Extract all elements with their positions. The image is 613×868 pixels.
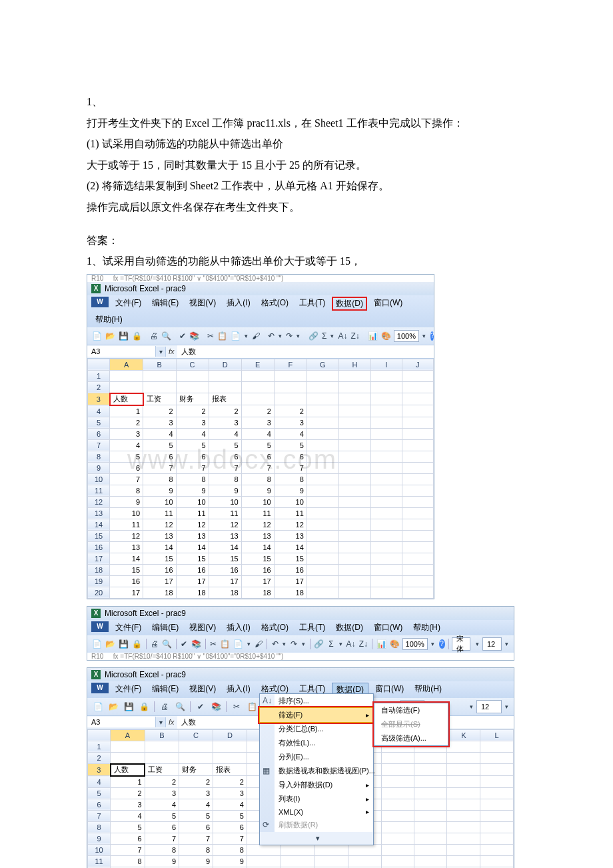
cell[interactable]: 17 — [241, 575, 274, 587]
cell[interactable]: 2 — [143, 405, 176, 417]
cell[interactable]: 10 — [274, 496, 306, 507]
row-header[interactable]: 20 — [88, 587, 110, 598]
row-header[interactable]: 1 — [88, 370, 110, 381]
col-header[interactable]: B — [145, 729, 179, 741]
row-header[interactable]: 16 — [88, 541, 110, 553]
cell[interactable]: 11 — [241, 507, 274, 519]
cell[interactable] — [381, 833, 414, 844]
cell[interactable] — [381, 776, 414, 788]
cell[interactable]: 7 — [241, 462, 274, 473]
cell[interactable]: 4 — [176, 428, 209, 439]
paste-icon[interactable]: 📄 — [230, 329, 241, 343]
cell[interactable]: 8 — [111, 855, 145, 867]
cell[interactable]: 6 — [213, 821, 247, 833]
cell[interactable]: 18 — [176, 587, 209, 598]
format-painter-icon[interactable]: 🖌 — [254, 637, 263, 651]
row-header[interactable]: 11 — [88, 855, 111, 867]
undo-dropdown-icon[interactable]: ▾ — [281, 641, 287, 647]
cell[interactable]: 14 — [143, 541, 176, 553]
cell[interactable] — [480, 855, 514, 867]
cell[interactable]: 16 — [143, 564, 176, 575]
cell[interactable] — [414, 855, 446, 867]
menu-edit[interactable]: 编辑(E) — [148, 297, 183, 311]
cell[interactable]: 13 — [209, 530, 241, 541]
menu-window[interactable]: 窗口(W) — [370, 621, 406, 634]
menu-edit[interactable]: 编辑(E) — [148, 621, 183, 634]
cell[interactable]: 9 — [145, 855, 179, 867]
cell[interactable]: 12 — [209, 519, 241, 530]
cell[interactable]: 6 — [145, 821, 179, 833]
col-header[interactable]: C — [176, 359, 209, 370]
row-header[interactable]: 8 — [88, 451, 110, 462]
cell[interactable] — [447, 787, 480, 799]
spelling-icon[interactable]: ✔ — [179, 637, 188, 651]
save-icon[interactable]: 💾 — [118, 637, 129, 651]
cell[interactable]: 5 — [145, 810, 179, 821]
row-header[interactable]: 5 — [88, 787, 111, 799]
copy-icon[interactable]: 📋 — [245, 700, 259, 713]
paste-dropdown-icon[interactable]: ▾ — [246, 641, 252, 647]
new-icon[interactable]: 📄 — [91, 700, 105, 713]
cell[interactable]: 9 — [209, 485, 241, 496]
cell[interactable]: 16 — [274, 564, 306, 575]
cell[interactable]: 财务 — [176, 393, 209, 405]
redo-icon[interactable]: ↷ — [289, 637, 298, 651]
cell[interactable]: 5 — [143, 439, 176, 451]
row-header[interactable]: 6 — [88, 799, 111, 810]
save-icon[interactable]: 💾 — [122, 700, 135, 713]
copy-icon[interactable]: 📋 — [219, 637, 231, 651]
cell[interactable]: 9 — [179, 855, 213, 867]
cell[interactable] — [414, 776, 446, 788]
row-header[interactable]: 10 — [88, 844, 111, 855]
row-header[interactable]: 2 — [88, 752, 111, 764]
cell[interactable]: 15 — [209, 553, 241, 564]
menu-expand[interactable]: ▾ — [260, 832, 373, 845]
cell[interactable]: 11 — [110, 519, 143, 530]
cell[interactable]: 8 — [110, 485, 143, 496]
cell[interactable]: 5 — [274, 439, 306, 451]
cell[interactable]: 12 — [143, 519, 176, 530]
row-header[interactable]: 11 — [88, 485, 110, 496]
row-header[interactable]: 3 — [88, 764, 111, 776]
cell[interactable]: 15 — [274, 553, 306, 564]
menu-data[interactable]: 数据(D) — [332, 297, 367, 311]
cell[interactable]: 3 — [274, 417, 306, 428]
cell[interactable] — [414, 844, 446, 855]
save-icon[interactable]: 💾 — [118, 329, 129, 343]
cell[interactable]: 6 — [176, 451, 209, 462]
undo-dropdown-icon[interactable]: ▾ — [277, 333, 283, 339]
cell[interactable]: 报表 — [209, 393, 241, 405]
menu-tools[interactable]: 工具(T) — [295, 297, 329, 311]
print-icon[interactable]: 🖨 — [149, 329, 159, 343]
col-header[interactable]: K — [447, 729, 480, 741]
print-icon[interactable]: 🖨 — [150, 637, 159, 651]
cell[interactable]: 10 — [209, 496, 241, 507]
cell[interactable]: 6 — [179, 821, 213, 833]
cell[interactable]: 7 — [213, 833, 247, 844]
cell[interactable]: 1 — [110, 405, 143, 417]
cell[interactable]: 8 — [179, 844, 213, 855]
cell[interactable]: 15 — [143, 553, 176, 564]
paste-icon[interactable]: 📄 — [233, 637, 244, 651]
cell[interactable]: 11 — [176, 507, 209, 519]
autosum-icon[interactable]: Σ — [326, 637, 335, 651]
col-header[interactable]: A — [111, 729, 145, 741]
cell[interactable]: 8 — [241, 473, 274, 485]
cell[interactable] — [447, 844, 480, 855]
cell[interactable]: 4 — [110, 439, 143, 451]
menu-data[interactable]: 数据(D) — [332, 621, 367, 634]
cell[interactable] — [447, 855, 480, 867]
row-header[interactable]: 6 — [88, 428, 110, 439]
col-header[interactable]: G — [306, 359, 338, 370]
drawing-icon[interactable]: 🎨 — [380, 329, 392, 343]
cell[interactable]: 16 — [176, 564, 209, 575]
cell[interactable]: 4 — [143, 428, 176, 439]
menu-window[interactable]: 窗口(W) — [370, 297, 406, 311]
research-icon[interactable]: 📚 — [191, 637, 202, 651]
cell[interactable]: 3 — [241, 417, 274, 428]
cell[interactable]: 12 — [274, 519, 306, 530]
cell[interactable]: 17 — [274, 575, 306, 587]
cell[interactable]: 2 — [209, 405, 241, 417]
menu-import[interactable]: 导入外部数据(D)▸ — [260, 778, 373, 792]
sort-asc-icon[interactable]: A↓ — [346, 637, 356, 651]
